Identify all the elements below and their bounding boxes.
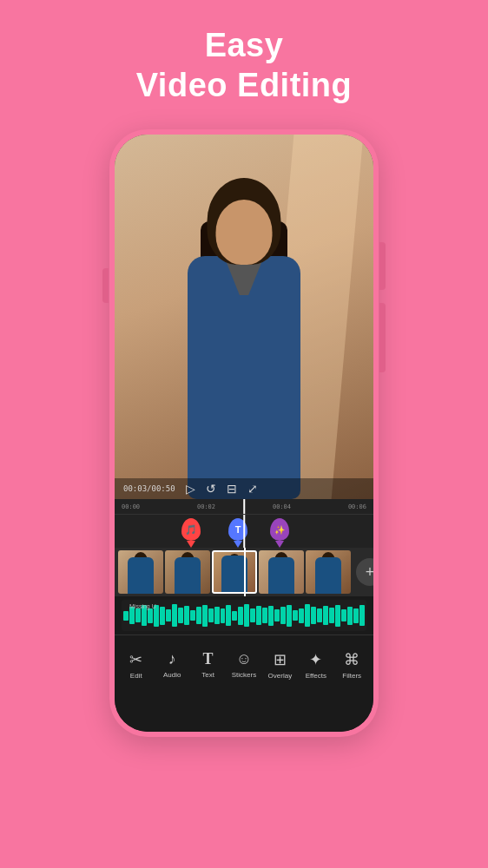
- wave-bar: [341, 609, 346, 621]
- title-line2: Video Editing: [136, 66, 353, 106]
- wave-bar: [123, 611, 129, 621]
- phone-outer: 00:03/00:50 ▷ ↺ ⊟ ⤢ 00:00 00:02 00:04 00…: [109, 129, 379, 737]
- video-preview: 00:03/00:50 ▷ ↺ ⊟ ⤢: [115, 135, 373, 499]
- wave-bar: [305, 604, 310, 628]
- ruler-mark-2: 00:04: [273, 503, 291, 510]
- wave-bar: [299, 608, 304, 623]
- wave-bar: [166, 609, 171, 621]
- wave-bar: [287, 605, 292, 627]
- marker-music[interactable]: 🎵: [181, 518, 201, 548]
- wave-bar: [196, 607, 201, 624]
- wave-bar: [268, 606, 274, 626]
- markers-playhead: [243, 515, 245, 548]
- edit-label: Edit: [130, 672, 142, 680]
- toolbar-overlay[interactable]: ⊞ Overlay: [262, 650, 298, 680]
- wave-bar: [256, 606, 261, 625]
- audio-icon: ♪: [168, 650, 176, 668]
- toolbar-text[interactable]: T Text: [190, 650, 226, 679]
- ruler-mark-3: 00:06: [348, 503, 366, 510]
- edit-icon: ✂: [129, 650, 142, 669]
- overlay-icon: ⊞: [274, 650, 287, 669]
- stickers-icon: ☺: [236, 650, 252, 668]
- wave-bar: [293, 610, 298, 621]
- toolbar-filters[interactable]: ⌘ Filters: [334, 650, 370, 680]
- effects-icon: ✦: [309, 650, 322, 669]
- title-line1: Easy: [136, 26, 353, 66]
- wave-bar: [323, 606, 328, 625]
- wave-bar: [232, 611, 237, 621]
- thumbnail-1[interactable]: [118, 550, 163, 594]
- toolbar-audio[interactable]: ♪ Audio: [154, 650, 189, 679]
- audio-track[interactable]: Missing U: [122, 600, 366, 631]
- overlay-label: Overlay: [268, 672, 293, 680]
- timeline-ruler: 00:00 00:02 00:04 00:06: [115, 499, 373, 515]
- fullscreen-button[interactable]: ⤢: [247, 482, 258, 496]
- person-face: [216, 200, 273, 265]
- wave-bar: [202, 605, 208, 627]
- thumbnail-5[interactable]: [306, 550, 351, 594]
- wave-bar: [274, 609, 280, 621]
- wave-bar: [184, 606, 189, 625]
- phone-screen: 00:03/00:50 ▷ ↺ ⊟ ⤢ 00:00 00:02 00:04 00…: [115, 135, 373, 732]
- phone-button-left: [102, 268, 109, 303]
- wave-bar: [250, 608, 255, 622]
- video-strip[interactable]: +: [115, 548, 373, 596]
- wave-bar: [221, 608, 226, 623]
- wave-bar: [311, 607, 316, 624]
- thumbnail-3-selected[interactable]: [212, 550, 257, 594]
- audio-track-label: Missing U: [125, 602, 161, 611]
- wave-bar: [244, 604, 249, 627]
- wave-bar: [226, 605, 231, 626]
- add-clip-button[interactable]: +: [356, 558, 373, 586]
- person-silhouette: [157, 169, 331, 499]
- mute-button[interactable]: ⊟: [227, 482, 237, 496]
- filters-icon: ⌘: [344, 650, 359, 669]
- strip-playhead: [244, 548, 246, 596]
- app-title: Easy Video Editing: [136, 26, 353, 105]
- filters-label: Filters: [342, 672, 361, 680]
- ruler-mark-0: 00:00: [122, 503, 140, 510]
- thumbnail-2[interactable]: [165, 550, 210, 594]
- toolbar-effects[interactable]: ✦ Effects: [298, 650, 333, 680]
- wave-bar: [238, 607, 243, 625]
- wave-bar: [190, 610, 195, 621]
- wave-bar: [359, 605, 365, 626]
- stickers-label: Stickers: [232, 671, 256, 679]
- wave-bar: [335, 605, 340, 627]
- phone-button-right-top: [379, 242, 386, 290]
- wave-bar: [353, 608, 359, 623]
- timeline-playhead: [243, 499, 245, 514]
- timeline-area: 00:00 00:02 00:04 00:06 🎵: [115, 499, 373, 732]
- wave-bar: [347, 607, 353, 625]
- audio-label: Audio: [163, 671, 181, 679]
- wave-bar: [317, 608, 322, 621]
- time-display: 00:03/00:50: [123, 484, 175, 493]
- thumbnail-4[interactable]: [259, 550, 304, 594]
- bottom-toolbar: ✂ Edit ♪ Audio T Text ☺ Stickers: [115, 635, 373, 694]
- marker-effects[interactable]: ✨: [270, 518, 289, 548]
- phone-button-right-bottom: [379, 303, 386, 372]
- text-label: Text: [201, 671, 214, 679]
- markers-area: 🎵 T ✨: [115, 515, 373, 548]
- audio-track-container: Missing U: [115, 596, 373, 635]
- marker-text[interactable]: T: [228, 518, 247, 548]
- toolbar-stickers[interactable]: ☺ Stickers: [226, 650, 261, 679]
- text-icon: T: [203, 650, 214, 668]
- ruler-mark-1: 00:02: [197, 503, 215, 510]
- wave-bar: [208, 608, 214, 621]
- wave-bar: [172, 604, 177, 628]
- wave-bar: [178, 608, 183, 623]
- wave-bar: [329, 608, 334, 623]
- wave-bar: [280, 607, 286, 624]
- wave-bar: [214, 607, 220, 624]
- undo-button[interactable]: ↺: [206, 482, 216, 496]
- play-button[interactable]: ▷: [186, 482, 195, 496]
- wave-bar: [262, 608, 267, 623]
- effects-label: Effects: [306, 672, 326, 680]
- phone-mockup: 00:03/00:50 ▷ ↺ ⊟ ⤢ 00:00 00:02 00:04 00…: [109, 129, 379, 737]
- toolbar-edit[interactable]: ✂ Edit: [118, 650, 154, 680]
